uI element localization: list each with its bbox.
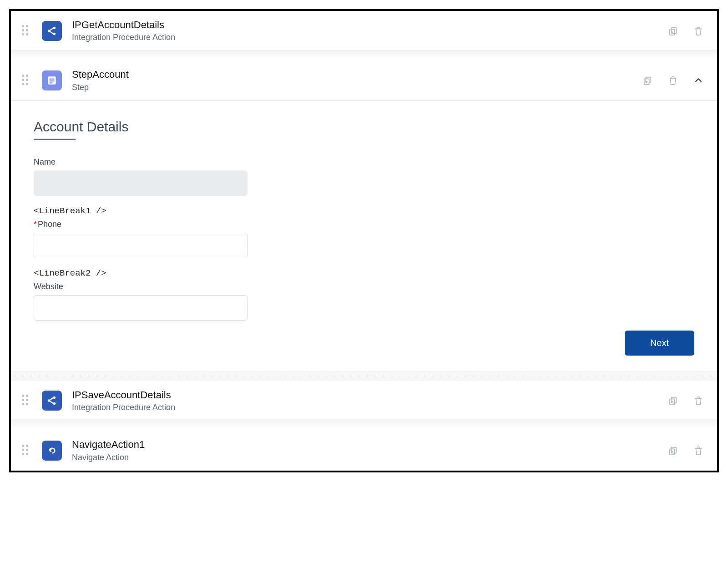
integration-procedure-icon <box>42 21 62 41</box>
drag-handle-icon[interactable] <box>22 445 34 457</box>
step-row-ipgetaccountdetails[interactable]: IPGetAccountDetails Integration Procedur… <box>11 11 717 50</box>
step-subtitle: Step <box>72 83 642 92</box>
integration-procedure-icon <box>42 391 62 411</box>
name-label: Name <box>34 157 248 167</box>
next-button[interactable]: Next <box>625 331 694 356</box>
step-title: IPSaveAccountDetails <box>72 389 667 401</box>
svg-rect-8 <box>50 79 55 80</box>
clone-button[interactable] <box>667 445 679 457</box>
collapse-chevron-up-icon[interactable] <box>693 75 704 86</box>
clone-button[interactable] <box>642 75 653 86</box>
linebreak2-placeholder: <LineBreak2 /> <box>34 265 248 282</box>
omniscript-designer-canvas: IPGetAccountDetails Integration Procedur… <box>9 9 719 472</box>
step-title: IPGetAccountDetails <box>72 19 667 31</box>
clone-button[interactable] <box>667 395 679 406</box>
svg-point-1 <box>53 26 56 29</box>
step-divider <box>11 371 717 381</box>
website-input[interactable] <box>34 295 248 321</box>
clone-button[interactable] <box>667 25 679 37</box>
phone-label: *Phone <box>34 220 248 229</box>
drag-handle-icon[interactable] <box>22 25 34 37</box>
linebreak1-placeholder: <LineBreak1 /> <box>34 202 248 220</box>
delete-button[interactable] <box>667 75 679 86</box>
panel-heading: Account Details <box>34 119 694 139</box>
drag-handle-icon[interactable] <box>22 75 34 86</box>
step-title: StepAccount <box>72 69 642 80</box>
website-label: Website <box>34 282 248 291</box>
svg-point-16 <box>53 396 56 399</box>
svg-rect-9 <box>50 80 55 81</box>
step-divider <box>11 50 717 60</box>
step-expanded-panel: Account Details Name <LineBreak1 /> *Pho… <box>11 100 717 371</box>
phone-input[interactable] <box>34 233 248 258</box>
drag-handle-icon[interactable] <box>22 395 34 406</box>
step-divider <box>11 421 717 431</box>
navigate-action-icon <box>42 441 62 461</box>
svg-point-17 <box>53 402 56 405</box>
name-input <box>34 171 248 196</box>
delete-button[interactable] <box>693 25 704 37</box>
step-row-ipsaveaccountdetails[interactable]: IPSaveAccountDetails Integration Procedu… <box>11 381 717 421</box>
step-title: NavigateAction1 <box>72 439 667 451</box>
delete-button[interactable] <box>693 395 704 406</box>
step-row-navigateaction1[interactable]: NavigateAction1 Navigate Action <box>11 431 717 470</box>
step-icon <box>42 70 62 90</box>
svg-point-2 <box>53 32 56 35</box>
delete-button[interactable] <box>693 445 704 457</box>
step-row-stepaccount[interactable]: StepAccount Step <box>11 60 717 100</box>
step-subtitle: Integration Procedure Action <box>72 33 667 42</box>
step-subtitle: Navigate Action <box>72 453 667 462</box>
step-subtitle: Integration Procedure Action <box>72 403 667 412</box>
svg-rect-10 <box>50 82 53 83</box>
